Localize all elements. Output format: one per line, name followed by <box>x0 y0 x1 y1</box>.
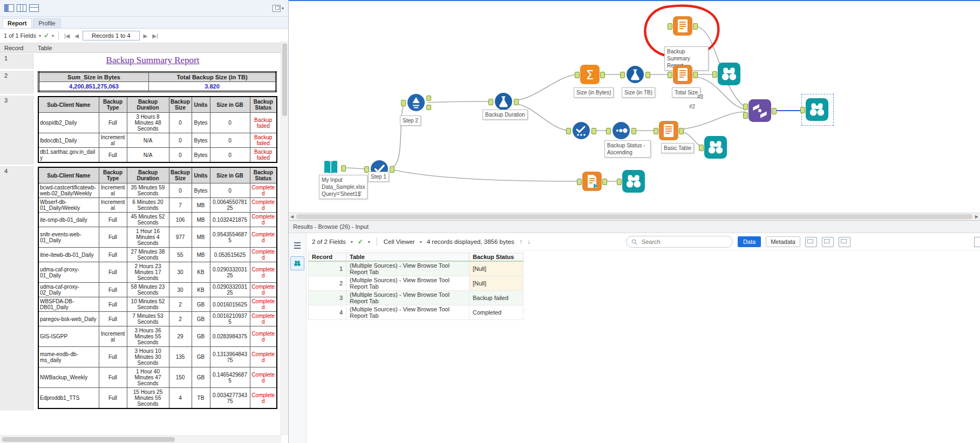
backup-status-cell[interactable]: Backup failed <box>469 291 523 305</box>
input-anchor[interactable] <box>577 179 582 185</box>
input-anchor[interactable] <box>620 72 625 78</box>
tool-annotation[interactable]: Size (in TB) <box>622 87 655 98</box>
layout-rows-icon[interactable] <box>29 4 39 12</box>
report-tab-link[interactable]: (Multiple Sources) - View Browse Tool Re… <box>346 261 469 276</box>
tool-browse-selected[interactable] <box>806 98 828 121</box>
report-tab-link[interactable]: (Multiple Sources) - View Browse Tool Re… <box>346 276 469 291</box>
input-anchor[interactable] <box>654 128 658 134</box>
metadata-view-button[interactable]: Metadata <box>766 236 800 247</box>
chevron-down-icon[interactable]: ▾ <box>420 240 422 244</box>
tool-summarize-size-bytes[interactable]: Σ <box>580 65 600 84</box>
results-col-header[interactable]: Record <box>309 253 346 262</box>
chevron-down-icon[interactable]: ▾ <box>52 33 54 38</box>
chevron-down-icon[interactable]: ▾ <box>351 240 353 244</box>
backup-status-cell[interactable]: [Null] <box>469 261 523 276</box>
tool-browse-2[interactable] <box>704 136 727 159</box>
tool-table-total-size[interactable] <box>673 65 692 84</box>
input-anchor[interactable] <box>488 99 493 105</box>
apply-check-icon[interactable]: ✓ <box>44 32 49 39</box>
arrow-down-icon[interactable]: ↓ <box>527 238 530 246</box>
browse-anchor-icon[interactable] <box>290 256 304 270</box>
results-row[interactable]: 1(Multiple Sources) - View Browse Tool R… <box>309 261 523 276</box>
output-anchor[interactable] <box>631 128 636 134</box>
scrollbar-thumb[interactable] <box>282 43 287 116</box>
output-anchor[interactable] <box>514 99 519 105</box>
record-number-cell[interactable]: 3 <box>309 291 346 305</box>
save-icon[interactable] <box>822 237 834 247</box>
layout-columns-icon[interactable] <box>17 4 26 12</box>
search-box[interactable] <box>626 236 733 248</box>
fields-dropdown[interactable]: 1 of 1 Fields <box>4 32 36 39</box>
tool-annotation[interactable]: Basic Table <box>661 143 694 153</box>
tool-browse-1[interactable] <box>718 63 740 85</box>
backup-status-cell[interactable]: Completed <box>469 305 523 320</box>
scrollbar-track[interactable] <box>295 213 974 220</box>
arrow-up-icon[interactable]: ↑ <box>519 238 522 246</box>
input-anchor-1[interactable] <box>743 104 748 110</box>
cell-viewer-dropdown[interactable]: Cell Viewer <box>384 238 415 245</box>
panel-options-icon[interactable] <box>974 237 980 247</box>
output-anchor[interactable] <box>679 128 684 134</box>
backup-status-cell[interactable]: [Null] <box>469 276 523 291</box>
tool-annotation[interactable]: Backup Status - Ascending <box>604 140 651 158</box>
output-anchor[interactable] <box>693 23 698 30</box>
results-row[interactable]: 3(Multiple Sources) - View Browse Tool R… <box>309 291 523 305</box>
copy-icon[interactable] <box>805 237 817 247</box>
fields-dropdown[interactable]: 2 of 2 Fields <box>312 238 346 245</box>
output-anchor[interactable] <box>645 72 650 78</box>
input-anchor[interactable] <box>401 100 406 106</box>
input-anchor[interactable] <box>617 179 622 185</box>
horizontal-scrollbar[interactable] <box>0 435 281 443</box>
tool-formula-backup-duration[interactable] <box>494 92 513 111</box>
input-anchor[interactable] <box>712 71 717 78</box>
output-anchor[interactable] <box>602 179 607 185</box>
scrollbar-thumb[interactable] <box>296 214 972 219</box>
tool-sort-backup-status[interactable] <box>571 121 591 140</box>
output-anchor[interactable] <box>693 72 698 78</box>
tool-annotation[interactable]: Step 2 <box>400 115 421 126</box>
popout-menu[interactable]: ▾ <box>273 5 284 12</box>
search-input[interactable] <box>641 238 713 246</box>
tool-basic-table[interactable] <box>659 121 678 140</box>
canvas-horizontal-scrollbar[interactable]: ◀ ▶ <box>289 213 980 220</box>
results-col-header[interactable]: Table <box>346 253 469 262</box>
scrollbar-thumb[interactable] <box>2 437 175 442</box>
tool-annotation[interactable]: Backup Duration <box>482 110 528 120</box>
results-col-header[interactable]: Backup Status <box>469 253 523 262</box>
record-number-cell[interactable]: 4 <box>309 305 346 320</box>
tool-render-report[interactable] <box>582 172 602 191</box>
input-anchor-2[interactable] <box>743 112 748 119</box>
input-anchor[interactable] <box>566 128 571 134</box>
tool-record-id[interactable] <box>611 121 631 140</box>
tool-backup-summary-report[interactable] <box>673 16 692 36</box>
chevron-down-icon[interactable]: ▾ <box>39 33 41 38</box>
output-anchor[interactable] <box>390 166 394 173</box>
prev-record-button[interactable]: ◀ <box>73 33 80 39</box>
report-tab-link[interactable]: (Multiple Sources) - View Browse Tool Re… <box>346 291 469 305</box>
tool-browse-3[interactable] <box>622 170 645 193</box>
output-anchor[interactable] <box>772 108 777 114</box>
input-anchor[interactable] <box>800 107 805 113</box>
output-anchor[interactable] <box>341 165 346 172</box>
results-row[interactable]: 4(Multiple Sources) - View Browse Tool R… <box>309 305 523 320</box>
first-record-button[interactable]: |◀ <box>63 33 71 39</box>
report-tab-link[interactable]: (Multiple Sources) - View Browse Tool Re… <box>346 305 469 320</box>
tool-layout-union[interactable] <box>748 99 771 122</box>
data-grid-icon[interactable] <box>290 238 304 253</box>
input-anchor[interactable] <box>699 145 704 151</box>
input-anchor[interactable] <box>668 23 672 30</box>
input-anchor[interactable] <box>575 72 580 78</box>
vertical-scrollbar[interactable] <box>281 41 288 435</box>
tab-report[interactable]: Report <box>2 18 32 28</box>
output-anchor-true[interactable] <box>426 96 431 101</box>
input-anchor[interactable] <box>606 128 611 134</box>
output-anchor[interactable] <box>591 128 596 134</box>
tab-profile[interactable]: Profile <box>33 18 60 28</box>
tool-annotation[interactable]: Step 1 <box>368 172 389 182</box>
tool-annotation[interactable]: Size (in Bytes) <box>574 87 614 98</box>
output-anchor[interactable] <box>600 72 605 78</box>
data-view-button[interactable]: Data <box>738 236 761 247</box>
scroll-left-icon[interactable]: ◀ <box>289 214 295 219</box>
scroll-right-icon[interactable]: ▶ <box>974 214 980 219</box>
next-record-button[interactable]: ▶ <box>142 33 149 39</box>
